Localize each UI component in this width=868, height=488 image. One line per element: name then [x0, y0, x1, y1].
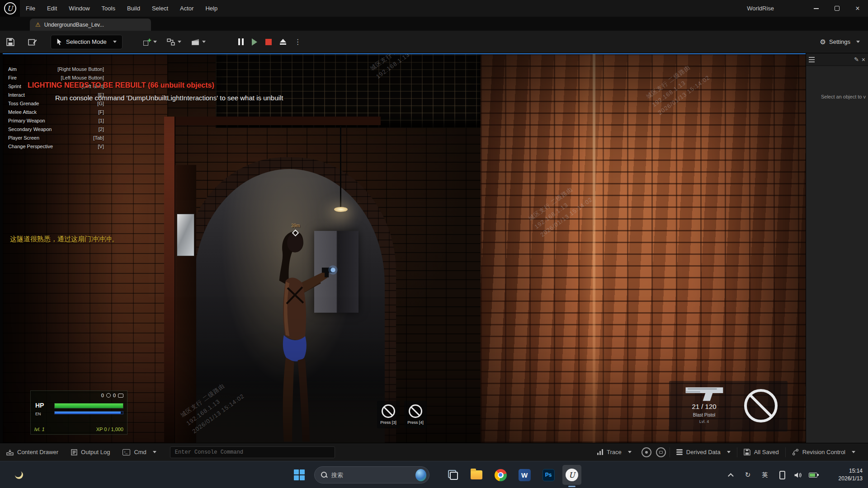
photoshop-icon: Ps [542, 469, 555, 481]
clock-time: 15:14 [839, 467, 863, 475]
minimize-icon [814, 8, 819, 9]
add-actor-button[interactable]: + [143, 38, 157, 46]
search-icon [321, 472, 327, 478]
player-stats-panel: 0 0 HP EN lvl. 1 XP 0 / 1,000 [30, 390, 127, 435]
selection-mode-label: Selection Mode [66, 38, 107, 45]
output-log-label: Output Log [81, 449, 110, 455]
cursor-icon [57, 38, 62, 45]
menu-actor[interactable]: Actor [174, 0, 199, 17]
minimize-button[interactable] [806, 0, 826, 17]
clock-date: 2026/1/13 [839, 475, 863, 483]
revision-control-icon [792, 449, 799, 455]
edit-icon[interactable]: ✎ [854, 56, 859, 63]
search-highlight-icon [415, 469, 426, 481]
trace-dropdown[interactable]: Trace [591, 443, 638, 461]
close-button[interactable]: × [847, 0, 868, 17]
revision-control-dropdown[interactable]: Revision Control [786, 443, 862, 461]
stop-button[interactable] [265, 39, 272, 45]
task-view-button[interactable] [447, 469, 459, 481]
content-drawer-button[interactable]: Content Drawer [0, 443, 65, 461]
weapon-panel: 21 / 120 Blast Pistol Lvl. 4 [669, 381, 788, 432]
output-log-button[interactable]: Output Log [65, 443, 116, 461]
language-indicator[interactable]: 英 [759, 469, 771, 481]
unreal-icon: U [566, 469, 578, 481]
cinematics-button[interactable] [191, 38, 206, 46]
insights-icon[interactable] [642, 447, 651, 457]
screenshot-icon[interactable] [656, 447, 666, 457]
no-item-icon [744, 389, 778, 422]
menu-edit[interactable]: Edit [41, 0, 63, 17]
door-metal-plate [177, 214, 194, 257]
panel-menu-icon[interactable] [809, 57, 815, 62]
menu-window[interactable]: Window [63, 0, 95, 17]
tab-underground-base-level[interactable]: ⚠ UndergroundBase_Lev... [30, 19, 151, 31]
start-button[interactable] [293, 469, 306, 481]
pistol-icon [684, 384, 725, 403]
file-explorer-button[interactable] [470, 469, 483, 481]
settings-dropdown[interactable]: ⚙ Settings [820, 38, 860, 46]
console-hint: Run console command 'DumpUnbuiltLightInt… [55, 94, 283, 102]
taskbar-clock[interactable]: 15:14 2026/1/13 [839, 467, 863, 483]
level-label: lvl. 1 [34, 427, 45, 432]
phone-icon [779, 471, 785, 479]
selection-mode-dropdown[interactable]: Selection Mode [51, 35, 123, 49]
menu-help[interactable]: Help [199, 0, 223, 17]
asset-tab-bar: ⚠ UndergroundBase_Lev... [0, 17, 868, 31]
console-command-input[interactable] [170, 446, 335, 458]
keybind-row: Change Perspective[V] [8, 144, 104, 149]
taskbar-search[interactable] [314, 466, 429, 483]
chrome-button[interactable] [494, 469, 507, 481]
unreal-taskbar-button[interactable]: U [562, 465, 581, 485]
maximize-button[interactable] [826, 0, 847, 17]
chevron-down-icon [113, 41, 117, 43]
distance-label: 39m [291, 223, 300, 228]
photoshop-button[interactable]: Ps [542, 469, 555, 481]
play-options-button[interactable]: ⋮ [294, 38, 302, 46]
widgets-button[interactable] [13, 469, 25, 481]
menu-select[interactable]: Select [146, 0, 174, 17]
derived-data-icon [676, 449, 683, 455]
menu-build[interactable]: Build [121, 0, 146, 17]
settings-label: Settings [829, 38, 850, 45]
trace-label: Trace [607, 449, 622, 455]
search-input[interactable] [331, 472, 411, 479]
sync-tray-button[interactable]: ↻ [741, 469, 754, 481]
browse-content-button[interactable] [28, 38, 37, 46]
battery-button[interactable] [807, 469, 819, 481]
keybind-row: Melee Attack[F] [8, 109, 104, 115]
battery-icon [809, 473, 817, 478]
chevron-up-icon [728, 473, 734, 479]
eject-icon [280, 39, 286, 45]
pause-button[interactable] [238, 38, 244, 45]
game-viewport[interactable]: 城区支行 二级路由192.168.1.13 城区支行 二级路由192.168.1… [3, 53, 806, 443]
menu-file[interactable]: File [20, 0, 41, 17]
slot-4-label: Press [4] [407, 420, 424, 425]
cmd-dropdown[interactable]: ›_ Cmd [116, 443, 162, 461]
word-button[interactable]: W [518, 469, 531, 481]
phone-link-button[interactable] [776, 469, 788, 481]
unreal-logo[interactable]: U [0, 0, 20, 17]
eject-button[interactable] [280, 39, 286, 45]
volume-button[interactable] [791, 469, 804, 481]
keybind-row: Aim[Right Mouse Button] [8, 66, 104, 72]
hp-bar [54, 403, 123, 408]
save-button[interactable] [6, 38, 14, 46]
window-title: WorldRise [747, 5, 774, 12]
close-panel-icon[interactable]: × [862, 56, 865, 63]
crosshair: 39m [293, 230, 298, 235]
objective-text: 这隧道很熟悉，通过这扇门冲冲冲。 [10, 235, 118, 244]
menu-tools[interactable]: Tools [96, 0, 121, 17]
derived-data-dropdown[interactable]: Derived Data [670, 443, 737, 461]
coin-icon [106, 393, 111, 398]
play-button[interactable] [252, 38, 257, 46]
details-panel: ✎ × Select an object to v [806, 53, 868, 443]
save-status-icon [744, 449, 750, 455]
main-area: 城区支行 二级路由192.168.1.13 城区支行 二级路由192.168.1… [0, 53, 868, 443]
coins-value: 0 [101, 393, 104, 398]
tray-overflow-button[interactable] [725, 469, 738, 481]
menu-bar: U File Edit Window Tools Build Select Ac… [0, 0, 868, 17]
cash-icon [118, 394, 123, 398]
all-saved-button[interactable]: All Saved [737, 443, 785, 461]
blueprints-button[interactable] [167, 38, 181, 46]
speaker-icon [794, 472, 802, 479]
